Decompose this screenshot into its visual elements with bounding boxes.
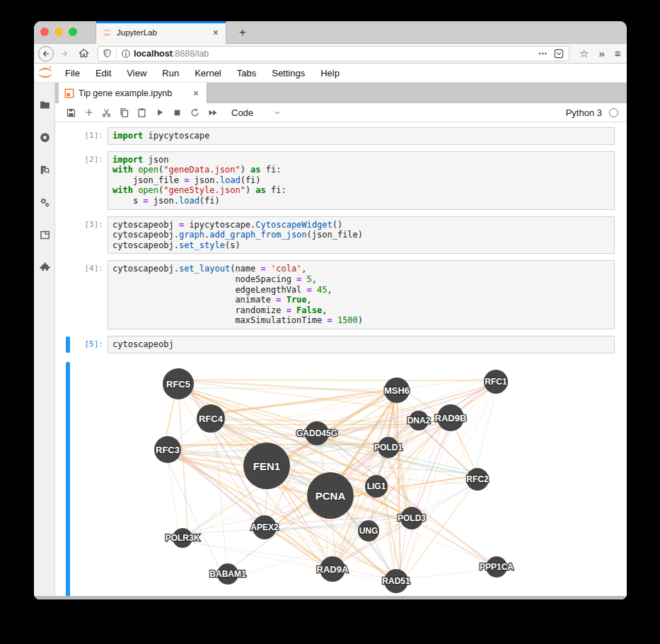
- minimize-window-button[interactable]: [54, 28, 63, 36]
- cell-editor[interactable]: import json with open("geneData.json") a…: [108, 151, 615, 210]
- cell-editor[interactable]: cytoscapeobj: [108, 336, 615, 353]
- property-inspector-icon[interactable]: [34, 192, 55, 213]
- new-tab-button[interactable]: +: [233, 23, 252, 42]
- gene-node-RFC4[interactable]: RFC4: [197, 404, 225, 433]
- home-button[interactable]: [75, 48, 92, 59]
- cell-editor[interactable]: import ipycytoscape: [108, 127, 615, 145]
- gene-node-label: FEN1: [253, 459, 280, 472]
- kernel-status-icon[interactable]: [609, 108, 618, 117]
- menu-edit[interactable]: Edit: [88, 64, 119, 83]
- cell-prompt: [1]:: [55, 127, 108, 145]
- paste-cells-button[interactable]: [133, 104, 151, 122]
- app-menu-icon[interactable]: ≡: [615, 47, 621, 59]
- cell-collapser[interactable]: [66, 336, 70, 353]
- open-tabs-icon[interactable]: [34, 224, 55, 245]
- running-kernels-icon[interactable]: [34, 127, 55, 148]
- gene-node-label: RAD9B: [435, 412, 467, 423]
- run-cell-button[interactable]: [151, 104, 168, 122]
- menu-help[interactable]: Help: [313, 64, 347, 83]
- menu-kernel[interactable]: Kernel: [187, 64, 229, 83]
- code-cell-2: [2]:import json with open("geneData.json…: [55, 151, 615, 210]
- cell-type-select[interactable]: Code: [231, 107, 253, 118]
- bookmark-star-icon[interactable]: ☆: [579, 47, 589, 60]
- code-cell-1: [1]:import ipycytoscape: [55, 127, 615, 145]
- gene-node-label: APEX2: [250, 522, 279, 532]
- back-button[interactable]: [38, 46, 54, 62]
- gene-node-label: RFC1: [485, 377, 507, 387]
- cell-prompt: [2]:: [55, 151, 108, 210]
- page-actions-icon[interactable]: •••: [539, 50, 548, 57]
- gene-node-RFC1[interactable]: RFC1: [484, 370, 508, 394]
- gene-node-MSH6[interactable]: MSH6: [384, 377, 410, 403]
- tracking-shield-icon: [103, 48, 112, 59]
- cell-editor[interactable]: cytoscapeobj.set_layout(name = 'cola', n…: [108, 260, 615, 329]
- stop-kernel-button[interactable]: [168, 104, 186, 122]
- gene-node-RAD51[interactable]: RAD51: [382, 569, 410, 593]
- menu-run[interactable]: Run: [154, 64, 187, 83]
- gene-node-label: PPP1CA: [480, 562, 514, 572]
- file-browser-icon[interactable]: [34, 94, 55, 115]
- code-cell-3: [3]:cytoscapeobj = ipycytoscape.Cytoscap…: [55, 216, 615, 254]
- gene-node-label: RAD51: [382, 576, 410, 586]
- gene-node-label: POLD3: [398, 513, 426, 523]
- gene-node-label: RFC4: [199, 413, 224, 423]
- pocket-icon[interactable]: [553, 48, 565, 59]
- window-bottom-edge: [34, 596, 627, 599]
- menu-tabs[interactable]: Tabs: [229, 64, 264, 83]
- extension-manager-icon[interactable]: [34, 257, 55, 278]
- gene-node-RFC2[interactable]: RFC2: [466, 468, 489, 491]
- close-window-button[interactable]: [40, 28, 49, 36]
- inspector-icon[interactable]: [34, 159, 55, 180]
- gene-node-PCNA[interactable]: PCNA: [307, 472, 354, 519]
- browser-tab-strip: JupyterLab × +: [34, 21, 627, 44]
- urlbar-divider: [116, 49, 117, 59]
- gene-node-RFC3[interactable]: RFC3: [154, 436, 181, 463]
- browser-tab-close-icon[interactable]: ×: [212, 27, 220, 38]
- jupyter-favicon: [102, 28, 112, 37]
- screenshot-stage: JupyterLab × +: [0, 0, 660, 644]
- gene-network-graph[interactable]: RFC5MSH6RFC1RFC4DNA2RAD9BGADD45GRFC3POLD…: [108, 360, 614, 597]
- browser-navbar: localhost:8888/lab ••• ☆ » ≡: [34, 44, 627, 64]
- jupyterlab-main: Tip gene example.ipynb ×: [34, 83, 627, 596]
- browser-tab-jupyterlab[interactable]: JupyterLab ×: [95, 21, 226, 44]
- notebook-tab-close-icon[interactable]: ×: [191, 88, 201, 99]
- add-cell-button[interactable]: [80, 104, 98, 122]
- kernel-name[interactable]: Python 3: [566, 107, 602, 118]
- cytoscape-widget-output[interactable]: RFC5MSH6RFC1RFC4DNA2RAD9BGADD45GRFC3POLD…: [108, 360, 615, 597]
- notebook-tab[interactable]: Tip gene example.ipynb ×: [59, 83, 207, 103]
- notebook-scroll-area[interactable]: [1]:import ipycytoscape[2]:import json w…: [55, 122, 627, 596]
- gene-node-label: LIG1: [367, 481, 386, 491]
- gene-node-label: RAD9A: [317, 563, 349, 574]
- document-tab-bar: Tip gene example.ipynb ×: [55, 83, 627, 103]
- zoom-window-button[interactable]: [69, 28, 77, 36]
- gene-node-RFC5[interactable]: RFC5: [163, 368, 194, 399]
- cut-cells-button[interactable]: [98, 104, 115, 122]
- save-button[interactable]: [62, 104, 80, 122]
- menu-settings[interactable]: Settings: [264, 64, 313, 83]
- output-collapser[interactable]: [66, 362, 70, 597]
- gene-node-LIG1[interactable]: LIG1: [365, 475, 388, 498]
- copy-cells-button[interactable]: [115, 104, 133, 122]
- code-cell-5: [5]:cytoscapeobj: [55, 336, 615, 353]
- notebook-tab-title: Tip gene example.ipynb: [79, 88, 191, 98]
- home-icon: [79, 48, 89, 59]
- browser-tab-title: JupyterLab: [117, 28, 212, 37]
- gene-node-BABAM1[interactable]: BABAM1: [209, 563, 246, 585]
- cell-type-chevron-icon[interactable]: [273, 108, 282, 117]
- run-all-button[interactable]: [204, 104, 221, 122]
- gene-node-UNG[interactable]: UNG: [358, 520, 379, 541]
- menu-view[interactable]: View: [119, 64, 154, 83]
- restart-kernel-button[interactable]: [186, 104, 204, 122]
- forward-button[interactable]: [57, 49, 72, 59]
- toolbar-overflow-icon[interactable]: »: [598, 47, 604, 59]
- site-info-icon[interactable]: [121, 49, 131, 59]
- firefox-window: JupyterLab × +: [34, 21, 627, 599]
- code-cell-4: [4]:cytoscapeobj.set_layout(name = 'cola…: [55, 260, 615, 329]
- gene-node-FEN1[interactable]: FEN1: [243, 443, 290, 489]
- url-host: localhost: [134, 49, 173, 59]
- cell-editor[interactable]: cytoscapeobj = ipycytoscape.CytoscapeWid…: [108, 216, 615, 254]
- menu-file[interactable]: File: [57, 64, 88, 83]
- jupyter-logo: [37, 65, 53, 81]
- gene-node-label: RFC3: [156, 444, 180, 455]
- url-bar[interactable]: localhost:8888/lab •••: [98, 46, 569, 62]
